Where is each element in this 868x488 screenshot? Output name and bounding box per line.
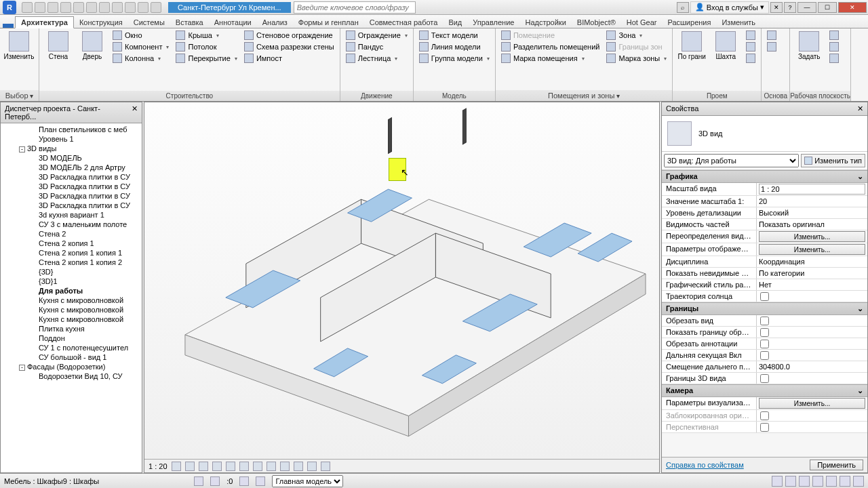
expander-icon[interactable]: - <box>19 146 25 152</box>
design-options-icon[interactable] <box>239 476 249 486</box>
view-scale[interactable]: 1 : 20 <box>149 462 167 470</box>
help-icon[interactable]: ? <box>784 2 796 13</box>
window-button[interactable]: Окно <box>110 30 172 41</box>
tab-structure[interactable]: Конструкция <box>74 17 128 28</box>
show-workplane-button[interactable] <box>827 30 842 41</box>
level-button[interactable] <box>764 30 779 41</box>
tree-node[interactable]: Стена 2 копия 1 копия 1 <box>1 248 142 258</box>
worksets-icon[interactable] <box>194 476 203 486</box>
visual-style-icon[interactable] <box>185 462 195 471</box>
ceiling-button[interactable]: Потолок <box>173 41 239 52</box>
search-input[interactable] <box>294 1 416 14</box>
tab-hotgear[interactable]: Hot Gear <box>621 17 663 28</box>
worksharing-icon[interactable] <box>307 462 317 471</box>
prop-checkbox[interactable] <box>760 340 769 348</box>
tree-node[interactable]: Кухня с микроволновкой <box>1 305 142 314</box>
tree-node[interactable]: 3D Раскладка плитки в СУ <box>1 201 142 210</box>
shaft-button[interactable]: Шахта <box>709 30 742 91</box>
prop-checkbox[interactable] <box>760 351 769 360</box>
prop-checkbox[interactable] <box>760 317 769 325</box>
prop-value[interactable]: Нет <box>757 279 867 290</box>
roof-button[interactable]: Крыша▾ <box>173 30 239 41</box>
model-text-button[interactable]: Текст модели <box>416 30 492 41</box>
qat-sync-icon[interactable] <box>99 2 110 13</box>
select-links-icon[interactable] <box>772 476 783 487</box>
tab-addins[interactable]: Надстройки <box>519 17 571 28</box>
sun-path-icon[interactable] <box>199 462 208 471</box>
prop-value[interactable]: Изменить... <box>757 230 867 243</box>
tab-modify[interactable]: Изменить <box>716 17 761 28</box>
room-tag-button[interactable]: Марка помещения▾ <box>498 53 603 64</box>
crop-region-icon[interactable] <box>253 462 262 471</box>
qat-redo-icon[interactable] <box>60 2 71 13</box>
railing-button[interactable]: Ограждение▾ <box>343 30 410 41</box>
design-option-select[interactable]: Главная модель <box>272 475 343 487</box>
room-separator-button[interactable]: Разделитель помещений <box>498 41 603 52</box>
prop-checkbox[interactable] <box>760 292 769 301</box>
properties-body[interactable]: Графика⌄Масштаб видаЗначение масштаба 1:… <box>662 170 867 457</box>
rendering-icon[interactable] <box>226 462 235 471</box>
tab-architecture[interactable]: Архитектура <box>15 16 74 28</box>
tree-node[interactable]: -Фасады (Водорозетки) <box>1 362 142 371</box>
prop-input[interactable] <box>759 184 865 195</box>
prop-group-header[interactable]: Графика⌄ <box>662 170 867 183</box>
qat-open-icon[interactable] <box>22 2 33 13</box>
tree-node[interactable]: Кухня с микроволновкой <box>1 296 142 305</box>
modify-button[interactable]: Изменить <box>3 30 35 90</box>
prop-value[interactable]: Координация <box>757 256 867 267</box>
background-icon[interactable] <box>853 476 864 487</box>
prop-value[interactable]: Высокий <box>757 207 867 218</box>
tab-insert[interactable]: Вставка <box>170 17 209 28</box>
search-box[interactable] <box>294 1 416 14</box>
qat-switch-win-icon[interactable] <box>151 2 161 13</box>
tree-node[interactable]: Поддон <box>1 333 142 343</box>
prop-value[interactable]: 20 <box>757 196 867 207</box>
tree-node[interactable]: Для работы <box>1 286 142 296</box>
sign-in-button[interactable]: 👤 Вход в службы ▾ <box>690 1 769 14</box>
tree-node[interactable]: Стена 2 <box>1 229 142 239</box>
tree-node[interactable]: СУ 1 с полотенцесушител <box>1 343 142 352</box>
tree-node[interactable]: 3d кухня вариант 1 <box>1 210 142 220</box>
tree-node[interactable]: 3D Раскладка плитки в СУ <box>1 172 142 182</box>
tree-node[interactable]: 3D МОДЕЛЬ <box>1 153 142 163</box>
prop-value[interactable] <box>757 410 867 421</box>
area-button[interactable]: Зона▾ <box>604 30 669 41</box>
select-underlay-icon[interactable] <box>785 476 796 487</box>
prop-checkbox[interactable] <box>760 328 769 337</box>
filter-icon[interactable] <box>840 476 850 487</box>
tab-collaborate[interactable]: Совместная работа <box>364 17 443 28</box>
prop-checkbox[interactable] <box>760 411 769 420</box>
tree-node[interactable]: {3D}1 <box>1 277 142 286</box>
qat-undo-icon[interactable] <box>47 2 58 13</box>
wall-opening-button[interactable] <box>743 30 758 41</box>
active-only-icon[interactable] <box>256 476 265 486</box>
tree-node[interactable]: {3D} <box>1 267 142 277</box>
room-button[interactable]: Помещение <box>498 30 603 41</box>
app-icon[interactable]: R <box>3 1 16 14</box>
qat-measure-icon[interactable] <box>86 2 97 13</box>
floor-button[interactable]: Перекрытие▾ <box>173 53 239 64</box>
tab-bimobject[interactable]: BIMobject® <box>572 17 621 28</box>
tree-node[interactable]: Стена 2 копия 1 копия 2 <box>1 258 142 267</box>
wall-button[interactable]: Стена <box>42 30 75 91</box>
prop-edit-button[interactable]: Изменить... <box>759 231 865 242</box>
tab-massing[interactable]: Формы и генплан <box>293 17 364 28</box>
tab-analyze[interactable]: Анализ <box>257 17 293 28</box>
tree-node[interactable]: 3D Раскладка плитки в СУ <box>1 182 142 191</box>
area-tag-button[interactable]: Марка зоны▾ <box>604 53 669 64</box>
file-tab[interactable] <box>3 24 14 28</box>
collapse-icon[interactable]: ⌄ <box>857 172 863 181</box>
prop-group-header[interactable]: Камера⌄ <box>662 384 867 397</box>
tree-node[interactable]: СУ большой - вид 1 <box>1 352 142 362</box>
prop-value[interactable] <box>757 338 867 349</box>
curtain-grid-button[interactable]: Схема разрезки стены <box>241 41 337 52</box>
set-workplane-button[interactable]: Задать <box>793 30 825 91</box>
qat-save-icon[interactable] <box>35 2 45 13</box>
prop-value[interactable] <box>757 327 867 338</box>
vertical-opening-button[interactable] <box>743 41 758 52</box>
select-pinned-icon[interactable] <box>799 476 810 487</box>
stair-button[interactable]: Лестница▾ <box>343 53 410 64</box>
prop-value[interactable] <box>757 422 867 432</box>
prop-value[interactable]: Изменить... <box>757 243 867 256</box>
prop-value[interactable]: Изменить... <box>757 397 867 409</box>
